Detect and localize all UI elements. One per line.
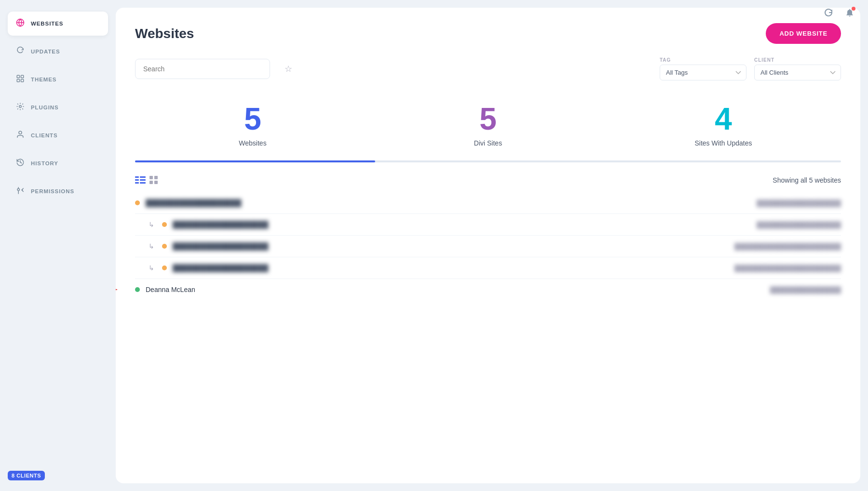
notification-badge (852, 7, 855, 11)
site-name: ████████████████████ (173, 242, 504, 250)
add-website-button[interactable]: ADD WEBSITE (766, 23, 841, 44)
svg-rect-16 (149, 181, 153, 184)
favorites-filter-button[interactable]: ☆ (280, 60, 297, 78)
table-row: ↳ ████████████████████ █████████████████… (135, 236, 841, 257)
permissions-icon (15, 186, 25, 197)
showing-count: Showing all 5 websites (773, 176, 841, 184)
updates-icon (15, 46, 25, 57)
client-label: CLIENT (754, 57, 841, 63)
status-indicator (162, 222, 167, 227)
top-bar (810, 0, 868, 25)
sidebar-item-websites[interactable]: WEBSITES (8, 12, 108, 36)
annotation-arrow (116, 280, 123, 299)
indent-arrow-icon: ↳ (147, 242, 156, 250)
site-name: ████████████████████ (173, 264, 504, 272)
sidebar-item-label: PLUGINS (31, 105, 59, 110)
svg-rect-1 (17, 75, 19, 78)
websites-list: ████████████████████ ███████████████████… (135, 192, 841, 300)
client-select[interactable]: All Clients (754, 65, 841, 80)
svg-rect-17 (154, 181, 158, 184)
sidebar-item-history[interactable]: HISTORY (8, 151, 108, 175)
svg-rect-2 (21, 75, 24, 78)
table-row: ↳ ████████████████████ █████████████████… (135, 257, 841, 279)
progress-bar (135, 160, 841, 162)
sidebar-item-label: UPDATES (31, 49, 60, 54)
table-row: ████████████████████ ███████████████████ (135, 192, 841, 214)
svg-rect-11 (140, 176, 146, 178)
page-header: Websites ADD WEBSITE (135, 23, 841, 44)
table-row: ↳ ████████████████████ █████████████████… (135, 214, 841, 236)
stat-websites: 5 Websites (135, 96, 370, 159)
svg-rect-8 (135, 176, 139, 178)
tag-label: TAG (660, 57, 746, 63)
sidebar-item-label: CLIENTS (31, 133, 58, 138)
clients-icon (15, 130, 25, 141)
filters-row: ☆ TAG All Tags CLIENT All Clients (135, 57, 841, 80)
plugins-icon (15, 102, 25, 113)
stat-websites-number: 5 (135, 104, 370, 134)
sidebar-item-label: PERMISSIONS (31, 188, 74, 194)
sidebar-item-label: THEMES (31, 77, 56, 82)
svg-rect-3 (17, 80, 19, 82)
svg-rect-9 (135, 179, 139, 181)
svg-rect-14 (149, 176, 153, 179)
stat-divi-number: 5 (370, 104, 606, 134)
sidebar-item-plugins[interactable]: PLUGINS (8, 95, 108, 119)
svg-point-7 (17, 188, 20, 191)
status-indicator (162, 244, 167, 249)
list-view-button[interactable] (135, 176, 146, 184)
stat-websites-label: Websites (135, 139, 370, 147)
client-filter: CLIENT All Clients (754, 57, 841, 80)
stat-updates: 4 Sites With Updates (606, 96, 841, 159)
stat-updates-label: Sites With Updates (606, 139, 841, 147)
sidebar-item-clients[interactable]: CLIENTS (8, 123, 108, 147)
themes-icon (15, 74, 25, 85)
search-input[interactable] (135, 59, 270, 79)
site-url: ████████████████████████ (510, 265, 841, 272)
sidebar-item-label: WEBSITES (31, 21, 63, 27)
site-url: ███████████████████ (510, 221, 841, 228)
site-url: ███████████████████ (496, 199, 841, 207)
site-url: ████████████████ (496, 286, 841, 293)
sidebar-item-permissions[interactable]: PERMISSIONS (8, 179, 108, 203)
sidebar-item-label: HISTORY (31, 160, 58, 166)
clients-count-badge: 8 CLIENTS (8, 471, 45, 480)
site-name: Deanna McLean (146, 286, 490, 293)
tag-select[interactable]: All Tags (660, 65, 746, 80)
globe-icon (15, 18, 25, 29)
sidebar-item-themes[interactable]: THEMES (8, 67, 108, 92)
site-url: ████████████████████████ (510, 243, 841, 250)
stat-divi-label: Divi Sites (370, 139, 606, 147)
svg-rect-12 (140, 179, 146, 181)
svg-rect-4 (21, 80, 24, 82)
indent-arrow-icon: ↳ (147, 264, 156, 272)
grid-view-button[interactable] (149, 176, 158, 185)
svg-point-6 (19, 131, 22, 134)
svg-point-5 (19, 106, 22, 108)
stat-updates-number: 4 (606, 104, 841, 134)
svg-rect-13 (140, 182, 146, 184)
filter-group: TAG All Tags CLIENT All Clients (660, 57, 841, 80)
sidebar-item-updates[interactable]: UPDATES (8, 40, 108, 64)
table-row: Deanna McLean ████████████████ (135, 279, 841, 300)
svg-rect-10 (135, 182, 139, 184)
main-content: Websites ADD WEBSITE ☆ TAG All Tags CLIE… (116, 8, 860, 483)
site-name: ████████████████████ (146, 199, 490, 207)
status-indicator (135, 200, 140, 205)
notification-icon[interactable] (843, 6, 856, 19)
progress-bar-fill (135, 160, 375, 162)
sidebar: WEBSITES UPDATES THEMES (0, 0, 116, 491)
list-header: Showing all 5 websites (135, 176, 841, 185)
tag-filter: TAG All Tags (660, 57, 746, 80)
history-icon (15, 158, 25, 169)
page-title: Websites (135, 26, 194, 41)
app-layout: WEBSITES UPDATES THEMES (0, 0, 868, 491)
refresh-icon[interactable] (822, 6, 835, 19)
indent-arrow-icon: ↳ (147, 221, 156, 228)
status-indicator (162, 265, 167, 270)
stat-divi-sites: 5 Divi Sites (370, 96, 606, 159)
status-indicator (135, 287, 140, 292)
stats-row: 5 Websites 5 Divi Sites 4 Sites With Upd… (135, 96, 841, 159)
view-toggles (135, 176, 158, 185)
site-name: ████████████████████ (173, 221, 504, 228)
